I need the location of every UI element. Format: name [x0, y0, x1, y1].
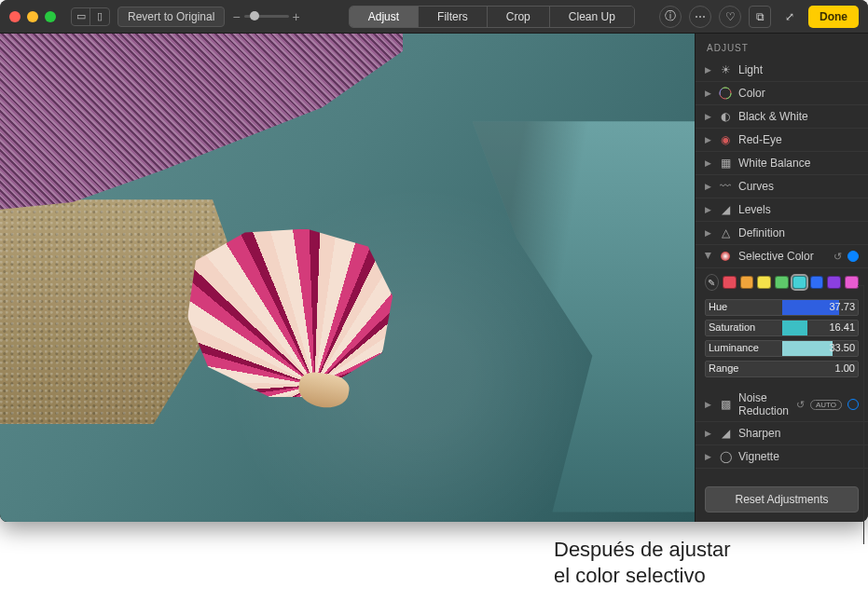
tab-filters[interactable]: Filters	[419, 7, 488, 27]
wb-icon: ▦	[718, 156, 733, 171]
swatch-magenta[interactable]	[845, 276, 859, 289]
window-controls	[9, 11, 56, 22]
section-color[interactable]: ▶ Color	[696, 82, 868, 105]
selective-color-swatches: ✎	[696, 268, 868, 296]
favorite-button[interactable]: ♡	[719, 6, 741, 28]
definition-icon: △	[718, 226, 733, 240]
sidebar-toggle[interactable]: ▭ ▯	[71, 7, 110, 26]
chevron-right-icon: ▶	[705, 158, 712, 168]
chevron-right-icon: ▶	[705, 429, 712, 438]
chevron-right-icon: ▶	[705, 65, 712, 75]
minimize-window-button[interactable]	[27, 11, 38, 22]
chevron-down-icon: ▶	[704, 253, 713, 260]
chevron-right-icon: ▶	[705, 452, 712, 461]
section-curves[interactable]: ▶ 〰 Curves	[696, 175, 868, 198]
chevron-right-icon: ▶	[705, 182, 712, 191]
undo-icon[interactable]: ↺	[834, 251, 842, 263]
slider-saturation[interactable]: Saturation16.41	[696, 319, 868, 337]
zoom-window-button[interactable]	[45, 11, 56, 22]
tab-adjust[interactable]: Adjust	[350, 7, 419, 27]
panel-header: ADJUST	[696, 41, 868, 59]
swatch-yellow[interactable]	[757, 276, 771, 289]
slider-range[interactable]: Range1.00	[696, 360, 868, 378]
section-enabled-toggle[interactable]	[847, 251, 859, 262]
selective-color-sliders: Hue37.73Saturation16.41Luminance33.50Ran…	[696, 296, 868, 380]
chevron-right-icon: ▶	[705, 135, 712, 144]
editor-body: ADJUST ▶ ☀ Light ▶ Color ▶ ◐ Black & Whi…	[0, 34, 868, 522]
aspect-button[interactable]: ⧉	[749, 6, 771, 28]
titlebar: ▭ ▯ Revert to Original − + Adjust Filter…	[0, 0, 868, 34]
sharpen-icon: ◢	[718, 426, 733, 441]
section-label: Selective Color	[738, 250, 828, 263]
slider-label: Luminance	[709, 342, 759, 353]
section-sharpen[interactable]: ▶ ◢ Sharpen	[696, 422, 868, 445]
slider-label: Hue	[709, 301, 727, 312]
fullscreen-button[interactable]: ⤢	[778, 6, 801, 28]
photo-canvas[interactable]	[0, 34, 695, 522]
auto-badge[interactable]: AUTO	[810, 400, 842, 410]
section-definition[interactable]: ▶ △ Definition	[696, 222, 868, 245]
section-label: Sharpen	[738, 427, 859, 440]
swatch-blue[interactable]	[810, 276, 824, 289]
done-button[interactable]: Done	[808, 6, 859, 28]
zoom-thumb[interactable]	[250, 11, 259, 20]
slider-label: Range	[709, 362, 738, 374]
section-label: Red-Eye	[738, 133, 859, 146]
reset-adjustments-button[interactable]: Reset Adjustments	[705, 486, 859, 512]
section-levels[interactable]: ▶ ◢ Levels	[696, 198, 868, 222]
close-window-button[interactable]	[9, 11, 21, 22]
section-label: Curves	[738, 180, 859, 193]
zoom-slider[interactable]: − +	[232, 9, 299, 24]
selective-color-icon	[718, 249, 733, 264]
slider-value: 37.73	[829, 301, 855, 312]
edit-mode-tabs: Adjust Filters Crop Clean Up	[349, 6, 635, 28]
levels-icon: ◢	[718, 202, 733, 217]
revert-button[interactable]: Revert to Original	[117, 7, 225, 27]
annotation-line: el color selectivo	[554, 563, 731, 589]
section-noise[interactable]: ▶ ▩ Noise Reduction ↺ AUTO	[696, 388, 868, 422]
more-button[interactable]: ⋯	[689, 6, 711, 28]
vignette-icon: ◯	[718, 449, 733, 464]
slider-value: 16.41	[829, 321, 855, 333]
section-light[interactable]: ▶ ☀ Light	[696, 59, 868, 82]
section-bw[interactable]: ▶ ◐ Black & White	[696, 105, 868, 129]
section-label: Vignette	[738, 450, 859, 463]
info-button[interactable]: ⓘ	[659, 6, 682, 28]
color-icon	[718, 86, 733, 101]
swatch-orange[interactable]	[740, 276, 754, 289]
photos-edit-window: ▭ ▯ Revert to Original − + Adjust Filter…	[0, 0, 868, 522]
swatch-red[interactable]	[723, 276, 737, 289]
zoom-out-icon: −	[232, 9, 240, 24]
slider-value: 33.50	[829, 342, 855, 353]
slider-luminance[interactable]: Luminance33.50	[696, 339, 868, 358]
undo-icon[interactable]: ↺	[796, 399, 805, 411]
swatch-green[interactable]	[775, 276, 789, 289]
seashell	[187, 229, 393, 406]
section-redeye[interactable]: ▶ ◉ Red-Eye	[696, 129, 868, 152]
swatch-purple[interactable]	[827, 276, 841, 289]
section-label: Light	[738, 63, 859, 76]
edited-photo	[0, 34, 695, 522]
callout-line	[863, 285, 864, 544]
section-vignette[interactable]: ▶ ◯ Vignette	[696, 445, 868, 469]
callout-line	[858, 285, 863, 286]
section-label: Black & White	[738, 110, 859, 123]
section-enabled-toggle[interactable]	[847, 399, 859, 410]
slider-hue[interactable]: Hue37.73	[696, 298, 868, 317]
section-label: White Balance	[738, 157, 859, 170]
section-label: Color	[738, 87, 859, 100]
svg-point-3	[721, 252, 730, 261]
sidebar-toggle-right[interactable]: ▯	[90, 8, 109, 25]
section-selective-color[interactable]: ▶ Selective Color ↺	[696, 245, 868, 268]
swatch-cyan[interactable]	[792, 276, 806, 289]
tab-crop[interactable]: Crop	[488, 7, 550, 27]
adjust-panel: ADJUST ▶ ☀ Light ▶ Color ▶ ◐ Black & Whi…	[695, 34, 868, 522]
sidebar-toggle-left[interactable]: ▭	[72, 8, 90, 25]
eyedropper-button[interactable]: ✎	[705, 274, 719, 291]
section-label: Definition	[738, 226, 859, 239]
zoom-track[interactable]	[244, 15, 289, 18]
tab-cleanup[interactable]: Clean Up	[550, 7, 634, 27]
chevron-right-icon: ▶	[705, 205, 712, 214]
section-label: Noise Reduction	[738, 391, 791, 417]
section-wb[interactable]: ▶ ▦ White Balance	[696, 152, 868, 175]
